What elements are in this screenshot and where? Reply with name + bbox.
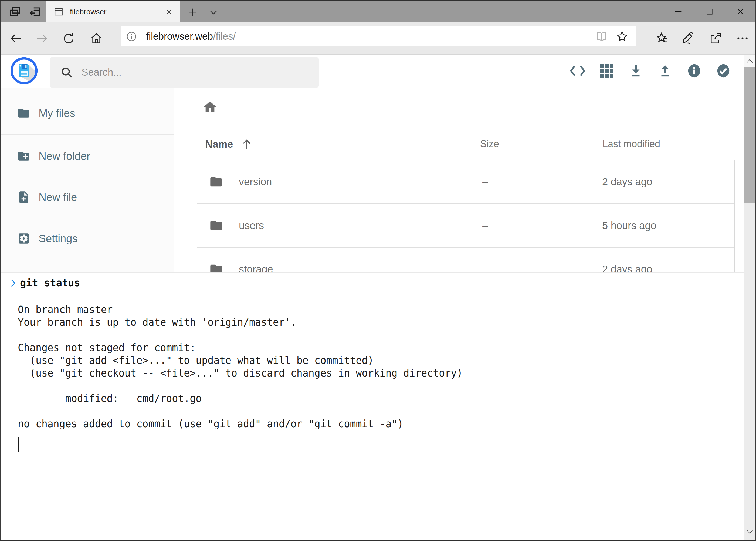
scrollbar-thumb[interactable] xyxy=(744,67,755,203)
terminal-panel[interactable]: git status On branch master Your branch … xyxy=(1,272,744,540)
folder-icon xyxy=(209,219,223,233)
url-field[interactable]: filebrowser.web/files/ xyxy=(121,26,636,46)
sidebar-item-label: New folder xyxy=(39,150,90,162)
add-favorite-star-icon[interactable] xyxy=(616,30,629,43)
scroll-up-button[interactable] xyxy=(744,55,755,67)
browser-window: filebrowser xyxy=(0,0,756,541)
annotate-pen-icon[interactable] xyxy=(681,31,695,45)
folder-icon xyxy=(209,175,223,189)
breadcrumb-divider xyxy=(196,125,734,125)
new-folder-icon xyxy=(17,149,31,163)
header-toolbar xyxy=(570,63,731,79)
breadcrumb-home-icon[interactable] xyxy=(202,99,217,115)
new-tab-button[interactable] xyxy=(187,7,198,18)
reading-view-icon[interactable] xyxy=(596,30,608,43)
sidebar-item-label: Settings xyxy=(39,233,78,245)
back-button[interactable] xyxy=(9,32,22,45)
window-close-button[interactable] xyxy=(733,5,748,19)
filebrowser-page: My files New folder New file Sett xyxy=(1,55,755,540)
hub-favorites-icon[interactable] xyxy=(655,31,669,45)
info-icon[interactable] xyxy=(686,63,702,79)
browser-tab[interactable]: filebrowser xyxy=(46,1,180,22)
file-modified: 5 hours ago xyxy=(602,220,656,232)
scroll-down-button[interactable] xyxy=(744,526,755,538)
url-path: /files/ xyxy=(213,31,236,42)
tab-close-icon[interactable] xyxy=(165,8,173,16)
column-header-name: Name xyxy=(205,139,233,150)
grid-view-icon[interactable] xyxy=(599,63,615,79)
terminal-cursor xyxy=(18,437,19,452)
raw-code-view-icon[interactable] xyxy=(570,63,586,79)
sidebar-item-my-files[interactable]: My files xyxy=(17,105,75,122)
set-tabs-aside-icon[interactable] xyxy=(29,5,42,19)
search-bar[interactable] xyxy=(50,57,319,88)
column-header-size[interactable]: Size xyxy=(480,138,499,150)
tab-preview-chevron-icon[interactable] xyxy=(208,7,219,18)
tab-title: filebrowser xyxy=(70,8,106,16)
file-row-version[interactable]: version – 2 days ago xyxy=(197,161,734,203)
sort-ascending-icon xyxy=(240,138,253,151)
file-size: – xyxy=(482,176,488,188)
select-check-icon[interactable] xyxy=(715,63,731,79)
listing-header-row: Name Size Last modified xyxy=(197,136,735,152)
upload-icon[interactable] xyxy=(657,63,673,79)
file-list: version – 2 days ago users – 5 hours ago xyxy=(197,160,735,291)
filebrowser-logo[interactable] xyxy=(11,57,38,84)
share-icon[interactable] xyxy=(708,31,722,45)
home-button[interactable] xyxy=(90,32,103,45)
terminal-prompt-line: git status xyxy=(10,277,80,289)
search-input[interactable] xyxy=(82,67,303,78)
window-maximize-button[interactable] xyxy=(702,5,717,19)
page-scrollbar[interactable] xyxy=(744,55,755,540)
settings-gear-icon xyxy=(17,232,31,245)
file-name: users xyxy=(239,220,264,232)
window-minimize-button[interactable] xyxy=(671,5,686,19)
column-header-modified[interactable]: Last modified xyxy=(603,138,660,150)
sidebar-item-new-file[interactable]: New file xyxy=(17,189,77,206)
file-row-users[interactable]: users – 5 hours ago xyxy=(197,204,734,247)
tab-favicon-icon xyxy=(53,6,64,17)
terminal-command: git status xyxy=(20,277,80,289)
sidebar-item-label: New file xyxy=(39,191,77,204)
sidebar-divider xyxy=(1,134,174,135)
file-size: – xyxy=(482,220,488,232)
more-options-icon[interactable] xyxy=(735,31,750,45)
new-file-icon xyxy=(17,191,31,204)
site-info-icon[interactable] xyxy=(126,31,137,42)
url-text: filebrowser.web/files/ xyxy=(146,31,236,42)
search-icon xyxy=(60,66,74,79)
file-name: version xyxy=(239,176,272,188)
url-host: filebrowser.web xyxy=(146,31,213,42)
download-icon[interactable] xyxy=(628,63,644,79)
folder-icon xyxy=(17,106,31,120)
tab-bar: filebrowser xyxy=(1,1,755,22)
sidebar-divider xyxy=(1,217,174,218)
sidebar-item-label: My files xyxy=(39,107,75,119)
address-bar: filebrowser.web/files/ xyxy=(1,22,755,55)
terminal-prompt-icon xyxy=(10,278,17,288)
sidebar-item-new-folder[interactable]: New folder xyxy=(17,148,90,165)
sort-by-name[interactable]: Name xyxy=(205,138,253,151)
file-modified: 2 days ago xyxy=(602,176,652,188)
terminal-output: On branch master Your branch is up to da… xyxy=(18,290,463,430)
sidebar-item-settings[interactable]: Settings xyxy=(17,230,78,247)
refresh-button[interactable] xyxy=(62,32,75,45)
forward-button[interactable] xyxy=(35,32,48,45)
tabs-set-aside-list-icon[interactable] xyxy=(8,5,22,19)
url-divider xyxy=(142,29,142,44)
